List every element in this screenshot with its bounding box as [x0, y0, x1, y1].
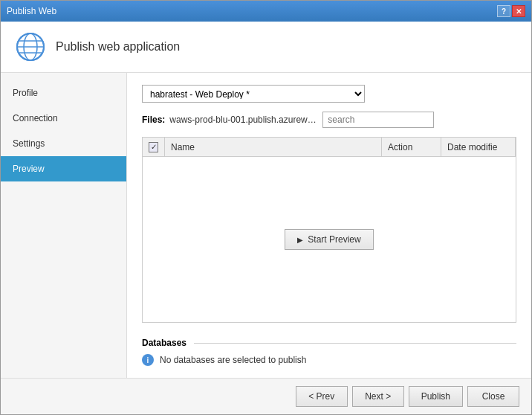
publish-button[interactable]: Publish: [409, 386, 463, 407]
header-section: Publish web application: [1, 22, 531, 73]
databases-divider: [194, 343, 516, 344]
header-title: Publish web application: [56, 40, 180, 54]
header-checkbox[interactable]: ✓: [149, 142, 158, 152]
dialog-title: Publish Web: [7, 6, 56, 16]
main-content: habratest - Web Deploy * Files: waws-pro…: [127, 73, 531, 378]
sidebar-item-preview[interactable]: Preview: [1, 156, 126, 181]
table-header-action: Action: [382, 138, 441, 156]
table-header-name: Name: [165, 138, 382, 156]
file-table: ✓ Name Action Date modifie ▶ Start Previ…: [142, 137, 516, 323]
table-header: ✓ Name Action Date modifie: [143, 138, 516, 157]
title-bar-left: Publish Web: [7, 6, 56, 16]
databases-section: Databases i No databases are selected to…: [142, 338, 516, 366]
databases-info: i No databases are selected to publish: [142, 354, 516, 366]
table-body: ▶ Start Preview: [143, 157, 516, 322]
publish-web-dialog: Publish Web ? ✕ Publish web application …: [0, 0, 532, 415]
close-title-button[interactable]: ✕: [512, 5, 525, 17]
sidebar-item-connection[interactable]: Connection: [1, 106, 126, 131]
databases-header: Databases: [142, 338, 516, 348]
start-preview-button[interactable]: ▶ Start Preview: [285, 229, 373, 250]
play-icon: ▶: [297, 236, 303, 244]
profile-row: habratest - Web Deploy *: [142, 85, 516, 103]
databases-label: Databases: [142, 338, 186, 348]
files-row: Files: waws-prod-blu-001.publish.azurewe…: [142, 112, 516, 128]
prev-button[interactable]: < Prev: [296, 386, 348, 407]
help-button[interactable]: ?: [497, 5, 510, 17]
files-label: Files:: [142, 115, 165, 125]
files-path: waws-prod-blu-001.publish.azurewebsites.…: [169, 115, 318, 125]
table-header-date: Date modifie: [441, 138, 516, 156]
table-header-check: ✓: [143, 138, 165, 156]
globe-icon: [16, 32, 45, 62]
content-area: Profile Connection Settings Preview habr…: [1, 73, 531, 378]
close-button[interactable]: Close: [467, 386, 519, 407]
sidebar-item-profile[interactable]: Profile: [1, 80, 126, 106]
sidebar-item-settings[interactable]: Settings: [1, 131, 126, 156]
title-bar: Publish Web ? ✕: [1, 1, 531, 22]
sidebar: Profile Connection Settings Preview: [1, 73, 127, 378]
footer: < Prev Next > Publish Close: [1, 378, 531, 414]
title-bar-buttons: ? ✕: [497, 5, 525, 17]
search-input[interactable]: [322, 112, 434, 128]
start-preview-label: Start Preview: [308, 234, 360, 245]
next-button[interactable]: Next >: [352, 386, 404, 407]
databases-info-text: No databases are selected to publish: [160, 355, 306, 365]
profile-select[interactable]: habratest - Web Deploy *: [142, 85, 365, 103]
info-icon: i: [142, 354, 154, 366]
